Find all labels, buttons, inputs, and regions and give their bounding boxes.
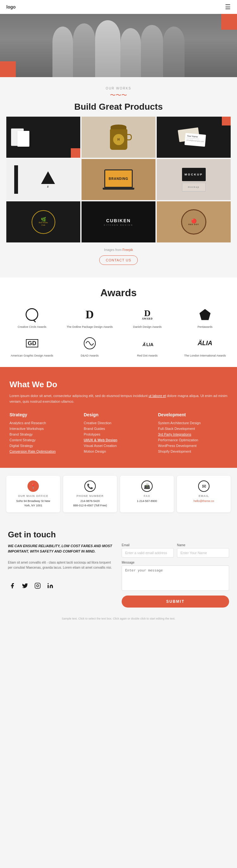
touch-layout: WE CAN ENSURE RELIABILITY, LOW COST FARE… (8, 544, 229, 608)
twitter-icon[interactable] (21, 581, 29, 590)
grid-item-2[interactable]: H (81, 117, 156, 158)
freepik-credit: Images from Freepik (0, 248, 237, 252)
strategy-item-1[interactable]: Analytics and Research (9, 421, 79, 425)
award-name-1: Creative Circle Awards (18, 325, 46, 329)
grid-item-4[interactable]: Z (6, 159, 80, 200)
awards-title: Awards (6, 287, 231, 299)
design-item-4[interactable]: UI/UX & Web Design (84, 438, 153, 442)
svg-point-6 (48, 583, 49, 584)
strategy-item-2[interactable]: Interactive Workshops (9, 427, 79, 431)
what-title: What We Do (9, 380, 228, 390)
email-field-group: Email (122, 544, 174, 558)
email-input[interactable] (122, 548, 174, 558)
dev-item-6[interactable]: Shopify Development (158, 450, 228, 453)
grid-item-1[interactable] (6, 117, 80, 158)
award-name-5: American Graphic Design Awards (11, 354, 53, 358)
design-item-1[interactable]: Creative Direction (84, 421, 153, 425)
contact-card-email: ✉ EMAIL hello@theme.co (177, 476, 231, 513)
what-we-do-section: What We Do Lorem ipsum dolor sit amet, c… (0, 367, 237, 468)
dev-item-1[interactable]: System Architecture Design (158, 421, 228, 425)
phone-title: PHONE NUMBER (66, 494, 114, 498)
message-field-group: Message (122, 561, 229, 591)
svg-text:Ä: Ä (142, 342, 146, 347)
what-desc-link[interactable]: ut labore et (148, 394, 166, 398)
logo: logo (6, 4, 16, 9)
footer-note: Sample text. Click to select the text bo… (0, 614, 237, 623)
award-name-2: The Dotline Package Design Awards (67, 325, 113, 329)
dad-awards-icon (83, 337, 96, 350)
grid-item-7[interactable]: 🌿 Blue BottleClub (6, 202, 80, 243)
touch-left: WE CAN ENSURE RELIABILITY, LOW COST FARE… (8, 544, 115, 608)
award-item-5: GD American Graphic Design Awards (6, 335, 58, 358)
strategy-item-6[interactable]: Conversion Rate Optimization (9, 450, 79, 453)
touch-tagline: WE CAN ENSURE RELIABILITY, LOW COST FARE… (8, 544, 115, 554)
award-item-7: Ä LIA Red Dot Awards (122, 335, 173, 358)
award-logo-5: GD (24, 335, 40, 351)
email-value: hello@theme.co (180, 499, 228, 503)
name-input[interactable] (177, 548, 229, 558)
name-field-group: Name (177, 544, 229, 558)
header: logo ☰ (0, 0, 237, 14)
strategy-col: Strategy Analytics and Research Interact… (9, 412, 79, 455)
award-name-4: Pentawards (198, 325, 213, 329)
dev-item-3[interactable]: 3rd Party Integrations (158, 432, 228, 436)
phone-value: 214-9876-5420888-012-8-4567 (Toll Free) (66, 499, 114, 508)
svg-rect-5 (48, 585, 49, 588)
lia-icon: ÄLIA (198, 340, 212, 347)
svg-text:LIA: LIA (146, 342, 153, 347)
office-value: Soho 94 Broadway St NewYork, NY 1001 (9, 499, 57, 508)
grid-item-3[interactable]: Your Name email@example.com (157, 117, 231, 158)
facebook-icon[interactable] (8, 581, 17, 590)
contact-btn[interactable]: CONTACT US (99, 255, 138, 265)
awards-grid: Creative Circle Awards D The Dotline Pac… (6, 307, 231, 358)
contact-btn-wrap: CONTACT US (0, 255, 237, 265)
hero-section (0, 14, 237, 77)
red-accent (71, 148, 80, 158)
grid-item-5[interactable]: BRANDING (81, 159, 156, 200)
dev-item-2[interactable]: Full-Stack Development (158, 427, 228, 431)
touch-title: Get in touch (8, 530, 229, 539)
freepik-link[interactable]: Freepik (123, 248, 133, 252)
contact-cards: 📍 OUR MAIN OFFICE Soho 94 Broadway St Ne… (0, 468, 237, 520)
award-name-7: Red Dot Awards (137, 354, 158, 358)
instagram-icon[interactable] (33, 581, 42, 590)
fax-value: 1-214-567-8900 (123, 499, 171, 503)
contact-card-office: 📍 OUR MAIN OFFICE Soho 94 Broadway St Ne… (6, 476, 60, 513)
section-label: OUR WORKS 〜〜〜 (0, 77, 237, 102)
message-field-label: Message (122, 561, 229, 564)
dev-item-5[interactable]: WordPress Development (158, 444, 228, 447)
award-logo-2: D (82, 307, 98, 322)
strategy-item-3[interactable]: Brand Strategy (9, 432, 79, 436)
phone-icon: 📞 (84, 480, 96, 492)
branding-text: BRANDING (109, 177, 128, 181)
awards-section: Awards Creative Circle Awards D The Dotl… (0, 278, 237, 367)
award-item-2: D The Dotline Package Design Awards (64, 307, 116, 329)
works-grid: H Your Name email@example.com (0, 117, 237, 246)
email-link[interactable]: hello@theme.co (193, 499, 214, 503)
design-item-6[interactable]: Motion Design (84, 450, 153, 453)
strategy-item-5[interactable]: Digital Strategy (9, 444, 79, 447)
award-item-3: D AWARD Danish Design Awards (122, 307, 173, 329)
grid-item-8[interactable]: CUBIKEN KITCHEN DESIGN (81, 202, 156, 243)
office-title: OUR MAIN OFFICE (9, 494, 57, 498)
dotline-icon: D (86, 309, 94, 320)
design-item-2[interactable]: Brand Guides (84, 427, 153, 431)
linkedin-icon[interactable] (46, 581, 55, 590)
email-title: EMAIL (180, 494, 228, 498)
submit-button[interactable]: SUBMIT (122, 595, 229, 608)
message-input[interactable] (122, 565, 229, 591)
award-logo-7: Ä LIA (139, 335, 155, 351)
menu-icon[interactable]: ☰ (225, 3, 231, 11)
footer-text: Sample text. Click to select the text bo… (62, 617, 175, 620)
design-item-3[interactable]: Prototypes (84, 432, 153, 436)
location-icon: 📍 (28, 480, 39, 492)
grid-item-6[interactable]: MOCKUP mockup (157, 159, 231, 200)
touch-right: Email Name Message SUBMIT (122, 544, 229, 608)
hero-accent-bl (0, 61, 16, 77)
wave-decoration: 〜〜〜 (6, 91, 231, 99)
contact-card-fax: 📠 FAX 1-214-567-8900 (120, 476, 174, 513)
dev-item-4[interactable]: Performance Optimization (158, 438, 228, 442)
strategy-item-4[interactable]: Content Strategy (9, 438, 79, 442)
design-item-5[interactable]: Visual Asset Creation (84, 444, 153, 447)
grid-item-9[interactable]: 🔴 RED DOT (157, 202, 231, 243)
